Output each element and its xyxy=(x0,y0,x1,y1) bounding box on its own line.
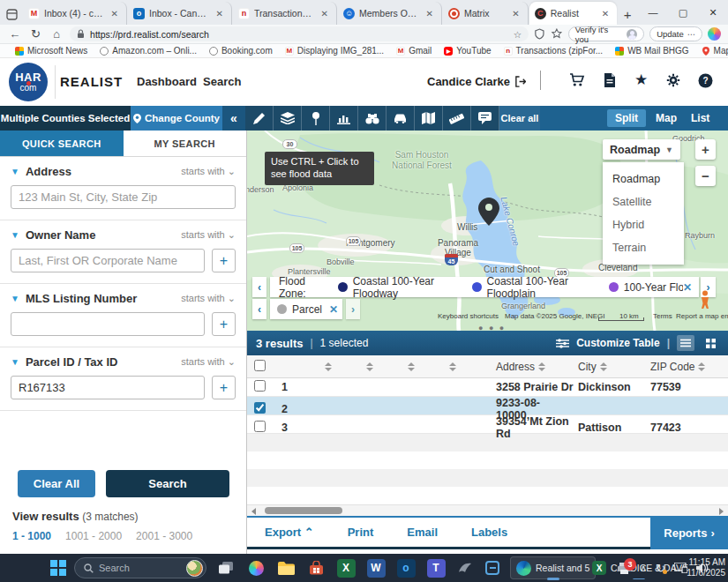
parcel-scroll-right[interactable]: › xyxy=(346,299,360,319)
change-county-button[interactable]: Change County xyxy=(131,106,222,131)
tab-matrix[interactable]: Matrix✕ xyxy=(443,2,529,25)
document-icon[interactable] xyxy=(604,73,616,87)
bookmark-transactions[interactable]: nTransactions (zipFor... xyxy=(499,46,608,56)
tab-members[interactable]: ☺Members Only Area...✕ xyxy=(338,2,442,25)
view-split-button[interactable]: Split xyxy=(607,109,646,127)
parcel-id-input[interactable] xyxy=(11,376,205,399)
zoom-out-button[interactable]: − xyxy=(695,166,716,186)
close-icon[interactable]: ✕ xyxy=(109,8,121,19)
horizontal-scrollbar[interactable] xyxy=(247,504,728,516)
labels-button[interactable]: Labels xyxy=(471,526,507,539)
close-icon[interactable]: ✕ xyxy=(424,8,436,19)
update-button[interactable]: Update⋯ xyxy=(649,26,702,41)
match-type-dropdown[interactable]: starts with ⌄ xyxy=(181,293,236,304)
mls-number-input[interactable] xyxy=(11,312,205,336)
table-row[interactable]: 2 9233-08-10000, xyxy=(247,397,728,415)
sort-column[interactable] xyxy=(388,361,430,373)
tab-realist-active[interactable]: CRealist✕ xyxy=(529,2,617,25)
tab-actions-icon[interactable] xyxy=(0,4,23,25)
word-button[interactable]: W xyxy=(365,554,387,582)
copilot-icon[interactable] xyxy=(708,27,721,41)
match-type-dropdown[interactable]: starts with ⌄ xyxy=(181,356,236,368)
print-queue-icon[interactable]: 3 xyxy=(618,563,631,574)
map-type-terrain[interactable]: Terrain xyxy=(603,236,684,259)
url-field[interactable]: https://prd.realist.com/search ☆ xyxy=(70,26,529,41)
scrollbar-thumb[interactable] xyxy=(265,507,342,514)
refresh-icon[interactable]: ↻ xyxy=(28,27,44,41)
bookmark-youtube[interactable]: ▶YouTube xyxy=(439,46,495,56)
close-legend-icon[interactable]: ✕ xyxy=(683,281,692,294)
chevron-down-icon[interactable]: ▼ xyxy=(11,230,19,240)
list-view-button[interactable] xyxy=(677,335,694,351)
verify-identity-pill[interactable]: Verify it's you xyxy=(568,26,644,41)
add-criteria-button[interactable]: + xyxy=(212,376,236,399)
task-view-button[interactable] xyxy=(215,554,236,582)
grid-view-button[interactable] xyxy=(702,335,719,351)
close-icon[interactable]: ✕ xyxy=(319,8,331,19)
help-icon[interactable]: ? xyxy=(698,73,713,88)
start-button[interactable] xyxy=(46,554,71,582)
back-icon[interactable]: ← xyxy=(7,27,23,41)
drive-time-button[interactable] xyxy=(387,106,415,131)
zoom-in-button[interactable]: + xyxy=(695,139,716,160)
close-icon[interactable]: ✕ xyxy=(599,8,612,19)
store-button[interactable] xyxy=(305,554,326,582)
maximize-button[interactable]: ▢ xyxy=(668,0,698,25)
taskbar-clock[interactable]: 11:15 AM 11/6/2025 xyxy=(685,554,725,582)
hidden-icons-chevron[interactable]: ∧ xyxy=(640,563,647,574)
counties-selected[interactable]: Multiple Counties Selected xyxy=(0,106,131,131)
row-checkbox[interactable] xyxy=(254,402,266,414)
measure-button[interactable] xyxy=(443,106,471,131)
page-range-3[interactable]: 2001 - 3000 xyxy=(136,530,192,542)
close-icon[interactable]: ✕ xyxy=(509,8,522,19)
gear-icon[interactable] xyxy=(666,73,680,87)
taskbar-window-realist[interactable]: Realist and 5 xyxy=(510,556,596,579)
map-type-satellite[interactable]: Satellite xyxy=(603,190,684,213)
column-city[interactable]: City xyxy=(574,361,644,373)
close-window-button[interactable]: ✕ xyxy=(698,0,728,25)
customize-table-button[interactable]: Customize Table xyxy=(576,337,659,349)
scroll-left-arrow[interactable] xyxy=(251,508,256,515)
collections-icon[interactable] xyxy=(551,28,563,40)
legend-scroll-left[interactable]: ‹ xyxy=(252,277,266,297)
row-checkbox[interactable] xyxy=(254,380,266,392)
keyboard-shortcuts-link[interactable]: Keyboard shortcuts xyxy=(438,312,499,320)
parcel-scroll-left[interactable]: ‹ xyxy=(252,299,266,319)
bookmark-booking[interactable]: Booking.com xyxy=(205,46,277,56)
new-tab-button[interactable]: + xyxy=(617,4,638,25)
sort-column[interactable] xyxy=(347,361,388,373)
search-button[interactable]: Search xyxy=(106,470,229,497)
sort-column[interactable] xyxy=(430,361,471,373)
column-address[interactable]: Address xyxy=(471,361,574,373)
layers-button[interactable] xyxy=(274,106,302,131)
table-row[interactable]: 1 3258 Prairie Dr Dickinson 77539 xyxy=(247,378,728,397)
comment-button[interactable] xyxy=(471,106,499,131)
reports-button[interactable]: Reports › xyxy=(650,516,728,549)
tab-transactions[interactable]: nTransactions (zipFor...✕ xyxy=(233,2,337,25)
minimize-button[interactable]: — xyxy=(638,0,668,25)
tab-inbox-gmail[interactable]: MInbox (4) - candicew...✕ xyxy=(23,2,127,25)
user-menu[interactable]: Candice Clarke xyxy=(427,75,526,88)
add-criteria-button[interactable]: + xyxy=(212,249,236,272)
report-map-error-link[interactable]: Report a map error xyxy=(676,312,728,320)
nav-search[interactable]: Search xyxy=(203,75,241,88)
nav-dashboard[interactable]: Dashboard xyxy=(137,75,197,88)
map-type-hybrid[interactable]: Hybrid xyxy=(603,213,684,236)
map-view-button[interactable] xyxy=(415,106,443,131)
copilot-taskbar-button[interactable] xyxy=(245,554,266,582)
add-criteria-button[interactable]: + xyxy=(212,312,236,336)
page-range-2[interactable]: 1001 - 2000 xyxy=(65,530,122,542)
outlook-button[interactable]: o xyxy=(395,554,417,582)
sort-column[interactable] xyxy=(305,361,347,373)
close-parcel-icon[interactable]: ✕ xyxy=(329,303,338,316)
phone-link-button[interactable] xyxy=(482,554,503,582)
home-icon[interactable]: ⌂ xyxy=(49,27,64,41)
select-all-checkbox[interactable] xyxy=(254,360,266,371)
bookmark-amazon[interactable]: Amazon.com – Onli... xyxy=(95,46,201,56)
file-explorer-button[interactable] xyxy=(275,554,296,582)
map-type-roadmap[interactable]: Roadmap xyxy=(603,168,684,190)
splitter-handle[interactable]: ● ● ● xyxy=(478,324,506,331)
table-row[interactable]: 3 39354 Mt Zion Rd Pattison 77423 xyxy=(247,415,728,434)
chevron-down-icon[interactable]: ▼ xyxy=(11,294,19,303)
sync-icon[interactable]: ↻ xyxy=(656,562,665,575)
